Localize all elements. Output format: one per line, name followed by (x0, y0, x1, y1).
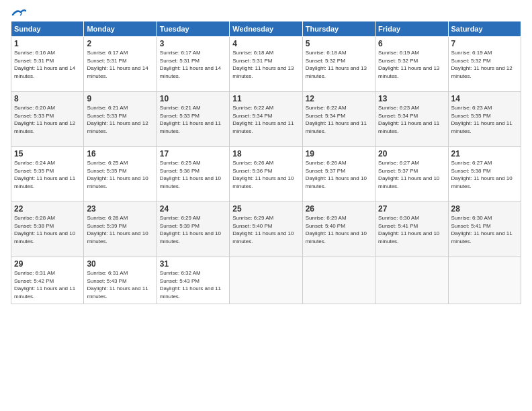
day-number: 3 (160, 39, 226, 48)
day-info: Sunrise: 6:28 AMSunset: 5:38 PMDaylight:… (14, 214, 81, 245)
day-number: 7 (451, 39, 518, 48)
col-header-sunday: Sunday (11, 21, 84, 37)
day-info: Sunrise: 6:31 AMSunset: 5:42 PMDaylight:… (14, 269, 81, 300)
calendar-page: SundayMondayTuesdayWednesdayThursdayFrid… (0, 0, 532, 411)
calendar-cell: 21Sunrise: 6:27 AMSunset: 5:38 PMDayligh… (448, 147, 521, 202)
day-number: 14 (451, 94, 518, 103)
calendar-cell: 2Sunrise: 6:17 AMSunset: 5:31 PMDaylight… (84, 37, 157, 92)
calendar-cell: 8Sunrise: 6:20 AMSunset: 5:33 PMDaylight… (11, 92, 84, 147)
day-info: Sunrise: 6:28 AMSunset: 5:39 PMDaylight:… (87, 214, 153, 245)
day-number: 26 (306, 204, 372, 214)
day-info: Sunrise: 6:19 AMSunset: 5:32 PMDaylight:… (378, 49, 445, 80)
day-info: Sunrise: 6:29 AMSunset: 5:40 PMDaylight:… (232, 214, 299, 245)
calendar-header-row: SundayMondayTuesdayWednesdayThursdayFrid… (11, 21, 521, 37)
calendar-cell: 31Sunrise: 6:32 AMSunset: 5:43 PMDayligh… (157, 257, 229, 304)
day-number: 27 (378, 204, 445, 214)
day-info: Sunrise: 6:25 AMSunset: 5:35 PMDaylight:… (87, 159, 153, 190)
day-info: Sunrise: 6:23 AMSunset: 5:34 PMDaylight:… (378, 104, 445, 135)
day-info: Sunrise: 6:21 AMSunset: 5:33 PMDaylight:… (87, 104, 153, 135)
calendar-cell: 4Sunrise: 6:18 AMSunset: 5:31 PMDaylight… (230, 37, 302, 92)
day-number: 23 (87, 204, 153, 214)
calendar-cell: 28Sunrise: 6:30 AMSunset: 5:41 PMDayligh… (448, 202, 521, 257)
day-number: 20 (378, 149, 445, 158)
day-info: Sunrise: 6:24 AMSunset: 5:35 PMDaylight:… (14, 159, 81, 190)
day-info: Sunrise: 6:30 AMSunset: 5:41 PMDaylight:… (378, 214, 445, 245)
col-header-wednesday: Wednesday (230, 21, 302, 37)
calendar-cell (230, 257, 302, 304)
col-header-saturday: Saturday (448, 21, 521, 37)
calendar-cell: 18Sunrise: 6:26 AMSunset: 5:36 PMDayligh… (230, 147, 302, 202)
day-info: Sunrise: 6:23 AMSunset: 5:35 PMDaylight:… (451, 104, 518, 135)
calendar-cell: 10Sunrise: 6:21 AMSunset: 5:33 PMDayligh… (157, 92, 229, 147)
day-number: 6 (378, 39, 445, 48)
calendar-cell: 12Sunrise: 6:22 AMSunset: 5:34 PMDayligh… (302, 92, 375, 147)
calendar-cell: 1Sunrise: 6:16 AMSunset: 5:31 PMDaylight… (11, 37, 84, 92)
calendar-cell: 29Sunrise: 6:31 AMSunset: 5:42 PMDayligh… (11, 257, 84, 304)
calendar-cell: 30Sunrise: 6:31 AMSunset: 5:43 PMDayligh… (84, 257, 157, 304)
day-number: 24 (160, 204, 226, 214)
logo-bird-icon (11, 8, 26, 17)
day-number: 2 (87, 39, 153, 48)
calendar-cell: 7Sunrise: 6:19 AMSunset: 5:32 PMDaylight… (448, 37, 521, 92)
day-number: 22 (14, 204, 81, 214)
col-header-friday: Friday (375, 21, 448, 37)
logo (11, 8, 26, 15)
calendar-cell: 23Sunrise: 6:28 AMSunset: 5:39 PMDayligh… (84, 202, 157, 257)
day-number: 5 (306, 39, 372, 48)
day-number: 15 (14, 149, 81, 158)
day-info: Sunrise: 6:21 AMSunset: 5:33 PMDaylight:… (160, 104, 226, 135)
calendar-cell (448, 257, 521, 304)
calendar-cell: 15Sunrise: 6:24 AMSunset: 5:35 PMDayligh… (11, 147, 84, 202)
calendar-cell: 17Sunrise: 6:25 AMSunset: 5:36 PMDayligh… (157, 147, 229, 202)
day-info: Sunrise: 6:18 AMSunset: 5:31 PMDaylight:… (232, 49, 299, 80)
day-info: Sunrise: 6:19 AMSunset: 5:32 PMDaylight:… (451, 49, 518, 80)
day-info: Sunrise: 6:22 AMSunset: 5:34 PMDaylight:… (232, 104, 299, 135)
day-info: Sunrise: 6:29 AMSunset: 5:40 PMDaylight:… (306, 214, 372, 245)
day-number: 13 (378, 94, 445, 103)
day-number: 30 (87, 259, 153, 269)
day-number: 28 (451, 204, 518, 214)
day-info: Sunrise: 6:20 AMSunset: 5:33 PMDaylight:… (14, 104, 81, 135)
day-number: 21 (451, 149, 518, 158)
day-number: 31 (160, 259, 226, 269)
day-info: Sunrise: 6:22 AMSunset: 5:34 PMDaylight:… (306, 104, 372, 135)
calendar-cell: 11Sunrise: 6:22 AMSunset: 5:34 PMDayligh… (230, 92, 302, 147)
col-header-monday: Monday (84, 21, 157, 37)
day-info: Sunrise: 6:16 AMSunset: 5:31 PMDaylight:… (14, 49, 81, 80)
calendar-cell: 3Sunrise: 6:17 AMSunset: 5:31 PMDaylight… (157, 37, 229, 92)
day-info: Sunrise: 6:17 AMSunset: 5:31 PMDaylight:… (87, 49, 153, 80)
calendar-cell: 26Sunrise: 6:29 AMSunset: 5:40 PMDayligh… (302, 202, 375, 257)
day-number: 12 (306, 94, 372, 103)
day-number: 8 (14, 94, 81, 103)
day-info: Sunrise: 6:31 AMSunset: 5:43 PMDaylight:… (87, 269, 153, 300)
day-info: Sunrise: 6:29 AMSunset: 5:39 PMDaylight:… (160, 214, 226, 245)
day-number: 18 (232, 149, 299, 158)
day-info: Sunrise: 6:27 AMSunset: 5:38 PMDaylight:… (451, 159, 518, 190)
day-info: Sunrise: 6:26 AMSunset: 5:36 PMDaylight:… (232, 159, 299, 190)
day-info: Sunrise: 6:18 AMSunset: 5:32 PMDaylight:… (306, 49, 372, 80)
day-number: 10 (160, 94, 226, 103)
day-number: 1 (14, 39, 81, 48)
calendar-cell: 5Sunrise: 6:18 AMSunset: 5:32 PMDaylight… (302, 37, 375, 92)
day-number: 25 (232, 204, 299, 214)
calendar-cell: 24Sunrise: 6:29 AMSunset: 5:39 PMDayligh… (157, 202, 229, 257)
calendar-cell: 13Sunrise: 6:23 AMSunset: 5:34 PMDayligh… (375, 92, 448, 147)
calendar-cell: 16Sunrise: 6:25 AMSunset: 5:35 PMDayligh… (84, 147, 157, 202)
day-info: Sunrise: 6:30 AMSunset: 5:41 PMDaylight:… (451, 214, 518, 245)
day-info: Sunrise: 6:26 AMSunset: 5:37 PMDaylight:… (306, 159, 372, 190)
calendar-cell: 14Sunrise: 6:23 AMSunset: 5:35 PMDayligh… (448, 92, 521, 147)
col-header-tuesday: Tuesday (157, 21, 229, 37)
day-number: 29 (14, 259, 81, 269)
calendar-cell: 20Sunrise: 6:27 AMSunset: 5:37 PMDayligh… (375, 147, 448, 202)
day-number: 11 (232, 94, 299, 103)
calendar-cell: 9Sunrise: 6:21 AMSunset: 5:33 PMDaylight… (84, 92, 157, 147)
day-number: 9 (87, 94, 153, 103)
day-number: 4 (232, 39, 299, 48)
calendar-cell: 19Sunrise: 6:26 AMSunset: 5:37 PMDayligh… (302, 147, 375, 202)
calendar-cell: 22Sunrise: 6:28 AMSunset: 5:38 PMDayligh… (11, 202, 84, 257)
day-info: Sunrise: 6:17 AMSunset: 5:31 PMDaylight:… (160, 49, 226, 80)
day-number: 17 (160, 149, 226, 158)
day-number: 19 (306, 149, 372, 158)
col-header-thursday: Thursday (302, 21, 375, 37)
calendar-cell: 6Sunrise: 6:19 AMSunset: 5:32 PMDaylight… (375, 37, 448, 92)
